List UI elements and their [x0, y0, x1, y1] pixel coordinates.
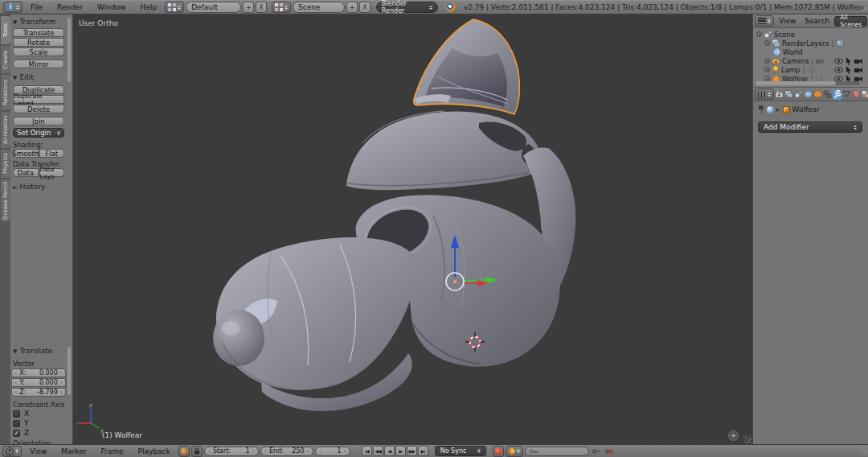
outliner-row-scene[interactable]: Scene — [756, 30, 795, 39]
eye-icon[interactable] — [834, 58, 843, 64]
open-panel-plus-button[interactable]: + — [728, 430, 739, 441]
scale-button[interactable]: Scale — [13, 47, 64, 56]
vector-y-field[interactable]: ‹ Y: 0.000 › — [11, 378, 66, 387]
checkbox-z-checked[interactable]: ✓ — [13, 430, 20, 437]
autokey-sphere-button[interactable] — [178, 446, 190, 457]
add-scene-button[interactable]: + — [346, 2, 358, 13]
decrement-arrow-icon[interactable]: ‹ — [264, 447, 267, 455]
outliner-row-lamp[interactable]: Lamp | — [764, 65, 815, 74]
model-brow-piece[interactable] — [346, 111, 541, 190]
record-button[interactable] — [493, 446, 504, 457]
timeline-menu-frame[interactable]: Frame — [94, 445, 129, 457]
tool-shelf-scrollbar[interactable] — [68, 18, 71, 82]
timeline-menu-view[interactable]: View — [23, 445, 53, 457]
constraint-z-row[interactable]: ✓ Z — [13, 429, 29, 437]
outliner-row-renderlayers[interactable]: RenderLayers | — [764, 39, 844, 47]
increment-arrow-icon[interactable]: › — [306, 447, 309, 455]
viewport-3d[interactable]: z y User Ortho (1) Wolfear + — [73, 14, 752, 444]
active-keying-set-field[interactable] — [525, 447, 589, 456]
outliner-menu-view[interactable]: View — [775, 14, 800, 27]
lamp-restrict-toggles[interactable] — [834, 66, 863, 74]
frame-end-field[interactable]: ‹ End: 250 › — [260, 447, 313, 456]
scene-browse[interactable] — [272, 2, 291, 13]
outliner-horizontal-scrollbar[interactable] — [755, 81, 860, 85]
rotate-button[interactable]: Rotate — [13, 38, 64, 47]
expand-icon[interactable] — [764, 76, 770, 81]
shade-smooth-button[interactable]: Smooth — [13, 149, 39, 158]
editor-type-selector[interactable]: i — [3, 2, 23, 13]
increment-arrow-icon[interactable]: › — [343, 447, 346, 455]
history-panel-header[interactable]: ►History — [13, 183, 45, 191]
jump-to-end-button[interactable]: ▶| — [418, 446, 428, 456]
layers-toggle-icon[interactable] — [836, 39, 844, 47]
decrement-arrow-icon[interactable]: ‹ — [208, 447, 211, 455]
tab-world[interactable] — [804, 89, 813, 100]
constraint-x-row[interactable]: X — [13, 410, 29, 418]
resize-grip[interactable] — [743, 435, 751, 443]
decrement-arrow-icon[interactable]: ‹ — [319, 447, 321, 455]
keying-set-type-dropdown[interactable] — [506, 446, 523, 457]
outliner-row-camera[interactable]: Camera | — [764, 56, 825, 65]
data-button[interactable]: Data — [13, 168, 39, 177]
expand-icon[interactable] — [764, 58, 770, 64]
timeline-menu-marker[interactable]: Marker — [55, 445, 92, 457]
screen-layout-field[interactable]: Default — [186, 2, 241, 13]
screen-layout-browse[interactable] — [165, 2, 184, 13]
timeline-editor-selector[interactable] — [2, 446, 22, 457]
vector-x-field[interactable]: ‹ X: 0.000 › — [11, 368, 66, 377]
mirror-button[interactable]: Mirror — [13, 60, 64, 68]
render-toggle-icon[interactable] — [854, 58, 863, 64]
play-reverse-button[interactable]: ◀ — [384, 446, 395, 456]
tab-scene[interactable] — [794, 89, 803, 100]
expand-icon[interactable] — [756, 31, 762, 37]
shade-flat-button[interactable]: Flat — [39, 149, 65, 158]
tab-modifiers-active[interactable] — [833, 89, 841, 100]
outliner-row-world[interactable]: World — [772, 47, 802, 56]
tab-object-data[interactable] — [842, 89, 851, 100]
wolf-head-model[interactable]: z y — [73, 14, 752, 444]
tab-texture[interactable] — [862, 89, 868, 100]
add-modifier-dropdown[interactable]: Add Modifier — [758, 121, 862, 133]
edit-panel-header[interactable]: ▼Edit — [13, 73, 34, 81]
vector-z-field[interactable]: ‹ Z: -8.799 › — [11, 388, 66, 397]
increment-arrow-icon[interactable]: › — [252, 447, 254, 455]
tab-grease-pencil[interactable]: Grease Pencil — [1, 179, 10, 221]
play-button[interactable]: ▶ — [395, 446, 406, 456]
eye-icon[interactable] — [834, 67, 843, 73]
render-toggle-icon[interactable] — [854, 67, 863, 73]
resize-grip[interactable] — [859, 447, 867, 455]
object-browse-icon[interactable] — [767, 106, 774, 113]
current-frame-field[interactable]: ‹ 1 › — [315, 447, 350, 456]
render-engine-select[interactable]: Blender Render — [376, 2, 438, 13]
model-ear-selected[interactable] — [414, 19, 520, 114]
operator-panel-header[interactable]: ▼Translate — [13, 347, 52, 355]
jump-next-keyframe-button[interactable]: ▶▶ — [407, 446, 417, 456]
expand-icon[interactable] — [764, 40, 770, 46]
scene-name-field[interactable]: Scene — [293, 2, 345, 13]
duplicate-linked-button[interactable]: Duplicate Linked — [13, 95, 64, 104]
tab-constraints[interactable] — [823, 89, 832, 100]
insert-keyframe-button[interactable] — [591, 446, 602, 457]
menu-window[interactable]: Window — [91, 1, 133, 14]
sync-mode-dropdown[interactable]: No Sync — [435, 446, 486, 456]
add-layout-button[interactable]: + — [243, 2, 254, 13]
decrement-arrow-icon[interactable]: ‹ — [14, 389, 17, 396]
frame-start-field[interactable]: ‹ Start: 1 › — [204, 447, 259, 456]
decrement-arrow-icon[interactable]: ‹ — [14, 369, 17, 377]
cursor-select-icon[interactable] — [845, 57, 852, 65]
menu-help[interactable]: Help — [134, 1, 164, 14]
tab-physics[interactable]: Physics — [1, 150, 10, 178]
checkbox-y[interactable] — [13, 420, 20, 427]
increment-arrow-icon[interactable]: › — [60, 389, 63, 396]
data-layout-button[interactable]: Data Layo — [39, 168, 65, 177]
menu-render[interactable]: Render — [51, 1, 89, 14]
operator-panel-scrollbar[interactable] — [68, 347, 71, 395]
menu-file[interactable]: File — [24, 1, 49, 14]
lock-button[interactable] — [191, 446, 203, 457]
tab-material[interactable] — [852, 89, 861, 100]
properties-editor-selector[interactable] — [755, 89, 774, 100]
translate-button[interactable]: Translate — [13, 28, 64, 37]
increment-arrow-icon[interactable]: › — [60, 369, 63, 377]
jump-prev-keyframe-button[interactable]: ◀◀ — [373, 446, 383, 456]
close-scene-button[interactable]: X — [359, 2, 371, 13]
